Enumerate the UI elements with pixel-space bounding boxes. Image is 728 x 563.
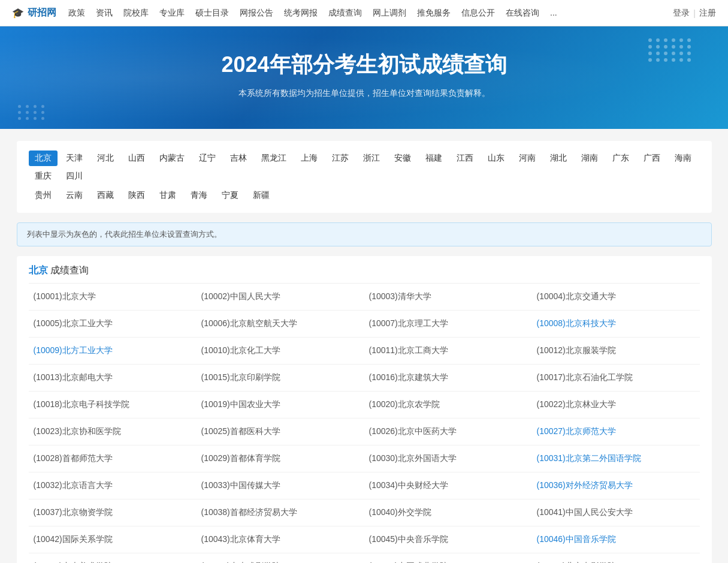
region-btn[interactable]: 海南 xyxy=(669,150,697,166)
university-item: (10038)首都经济贸易大学 xyxy=(197,499,364,526)
nav-link[interactable]: 政策 xyxy=(68,8,85,19)
university-item: (10016)北京建筑大学 xyxy=(364,365,532,392)
region-btn[interactable]: 山西 xyxy=(122,150,151,166)
region-btn[interactable]: 浙江 xyxy=(357,150,386,166)
region-btn[interactable]: 安徽 xyxy=(388,150,417,166)
university-item: (10026)北京中医药大学 xyxy=(364,419,532,445)
region-btn[interactable]: 广东 xyxy=(606,150,635,166)
banner-dots-left xyxy=(18,105,46,120)
region-btn[interactable]: 云南 xyxy=(60,188,89,203)
university-item[interactable]: (10036)对外经济贸易大学 xyxy=(532,472,700,499)
main-content: 北京天津河北山西内蒙古辽宁吉林黑龙江上海江苏浙江安徽福建江西山东河南湖北湖南广东… xyxy=(11,129,718,563)
region-btn[interactable]: 河南 xyxy=(513,150,542,166)
region-btn[interactable]: 河北 xyxy=(91,150,120,166)
region-btn[interactable]: 黑龙江 xyxy=(255,150,292,166)
banner-title: 2024年部分考生初试成绩查询 xyxy=(12,50,716,80)
university-item: (10025)首都医科大学 xyxy=(197,419,364,445)
university-item: (10050)北京电影学院 xyxy=(532,553,700,563)
university-item: (10037)北京物资学院 xyxy=(29,499,197,526)
region-btn[interactable]: 内蒙古 xyxy=(153,150,191,166)
university-item[interactable]: (10046)中国音乐学院 xyxy=(532,526,700,553)
university-item: (10032)北京语言大学 xyxy=(29,472,197,499)
nav-link[interactable]: ... xyxy=(550,8,557,19)
university-item: (10042)国际关系学院 xyxy=(29,526,197,553)
region-btn[interactable]: 西藏 xyxy=(91,188,120,203)
region-tabs: 北京天津河北山西内蒙古辽宁吉林黑龙江上海江苏浙江安徽福建江西山东河南湖北湖南广东… xyxy=(17,141,712,213)
region-btn[interactable]: 福建 xyxy=(419,150,448,166)
region-btn[interactable]: 山东 xyxy=(482,150,510,166)
notice-bar: 列表中显示为灰色的，代表此招生单位未设置查询方式。 xyxy=(17,222,712,246)
university-item: (10030)北京外国语大学 xyxy=(364,445,532,472)
university-item: (10011)北京工商大学 xyxy=(364,338,532,365)
university-item: (10040)外交学院 xyxy=(364,499,532,526)
section-title-text: 成绩查询 xyxy=(50,265,89,275)
university-item: (10019)中国农业大学 xyxy=(197,392,364,419)
region-btn[interactable]: 宁夏 xyxy=(216,188,244,203)
university-item: (10015)北京印刷学院 xyxy=(197,365,364,392)
university-item: (10012)北京服装学院 xyxy=(532,338,700,365)
university-item: (10006)北京航空航天大学 xyxy=(197,311,364,338)
university-item: (10013)北京邮电大学 xyxy=(29,365,197,392)
nav-link[interactable]: 推免服务 xyxy=(417,8,451,19)
region-btn[interactable]: 青海 xyxy=(185,188,213,203)
region-btn[interactable]: 湖北 xyxy=(544,150,573,166)
region-btn[interactable]: 四川 xyxy=(60,168,89,184)
region-row-1: 北京天津河北山西内蒙古辽宁吉林黑龙江上海江苏浙江安徽福建江西山东河南湖北湖南广东… xyxy=(29,150,700,184)
region-btn[interactable]: 广西 xyxy=(638,150,666,166)
banner-subtitle: 本系统所有数据均为招生单位提供，招生单位对查询结果负责解释。 xyxy=(12,88,716,99)
region-btn[interactable]: 天津 xyxy=(60,150,89,166)
university-item: (10029)首都体育学院 xyxy=(197,445,364,472)
region-btn[interactable]: 重庆 xyxy=(29,168,58,184)
region-btn[interactable]: 甘肃 xyxy=(153,188,182,203)
nav-link[interactable]: 在线咨询 xyxy=(506,8,539,19)
register-link[interactable]: 注册 xyxy=(699,8,716,19)
region-btn[interactable]: 湖南 xyxy=(575,150,604,166)
results-section: 北京 成绩查询 (10001)北京大学(10002)中国人民大学(10003)清… xyxy=(17,256,712,563)
university-item: (10045)中央音乐学院 xyxy=(364,526,532,553)
university-item: (10017)北京石油化工学院 xyxy=(532,365,700,392)
university-item: (10033)中国传媒大学 xyxy=(197,472,364,499)
nav-logo: 🎓 研招网 xyxy=(12,7,56,19)
university-item: (10001)北京大学 xyxy=(29,284,197,311)
university-item: (10003)清华大学 xyxy=(364,284,532,311)
region-btn[interactable]: 陕西 xyxy=(122,188,151,203)
nav-link[interactable]: 信息公开 xyxy=(461,8,495,19)
university-item: (10022)北京林业大学 xyxy=(532,392,700,419)
university-item: (10043)北京体育大学 xyxy=(197,526,364,553)
university-item: (10002)中国人民大学 xyxy=(197,284,364,311)
nav-link[interactable]: 成绩查询 xyxy=(328,8,362,19)
university-item[interactable]: (10008)北京科技大学 xyxy=(532,311,700,338)
university-item[interactable]: (10031)北京第二外国语学院 xyxy=(532,445,700,472)
nav-auth: 登录 | 注册 xyxy=(673,8,716,19)
university-item: (10049)中国戏曲学院 xyxy=(364,553,532,563)
university-item: (10018)北京电子科技学院 xyxy=(29,392,197,419)
nav-link[interactable]: 统考网报 xyxy=(284,8,318,19)
university-item: (10028)首都师范大学 xyxy=(29,445,197,472)
region-btn[interactable]: 江西 xyxy=(451,150,479,166)
university-grid: (10001)北京大学(10002)中国人民大学(10003)清华大学(1000… xyxy=(29,284,700,563)
university-item[interactable]: (10009)北方工业大学 xyxy=(29,338,197,365)
university-item: (10020)北京农学院 xyxy=(364,392,532,419)
university-item[interactable]: (10027)北京师范大学 xyxy=(532,419,700,445)
region-btn[interactable]: 吉林 xyxy=(224,150,253,166)
region-btn[interactable]: 上海 xyxy=(295,150,324,166)
nav-link[interactable]: 网报公告 xyxy=(240,8,273,19)
section-title: 北京 成绩查询 xyxy=(29,256,700,284)
nav-link[interactable]: 资讯 xyxy=(96,8,113,19)
region-btn[interactable]: 江苏 xyxy=(326,150,355,166)
banner: 2024年部分考生初试成绩查询 本系统所有数据均为招生单位提供，招生单位对查询结… xyxy=(0,26,728,129)
nav-link[interactable]: 硕士目录 xyxy=(195,8,229,19)
nav-link[interactable]: 网上调剂 xyxy=(373,8,406,19)
nav-link[interactable]: 院校库 xyxy=(123,8,149,19)
region-btn[interactable]: 新疆 xyxy=(247,188,276,203)
region-btn[interactable]: 贵州 xyxy=(29,188,58,203)
region-btn[interactable]: 北京 xyxy=(29,150,58,166)
university-item: (10048)中央戏剧学院 xyxy=(197,553,364,563)
region-btn[interactable]: 辽宁 xyxy=(193,150,222,166)
nav-link[interactable]: 专业库 xyxy=(159,8,185,19)
university-item: (10034)中央财经大学 xyxy=(364,472,532,499)
logo-text: 研招网 xyxy=(28,7,56,19)
login-link[interactable]: 登录 xyxy=(673,8,690,19)
university-item: (10041)中国人民公安大学 xyxy=(532,499,700,526)
university-item: (10005)北京工业大学 xyxy=(29,311,197,338)
